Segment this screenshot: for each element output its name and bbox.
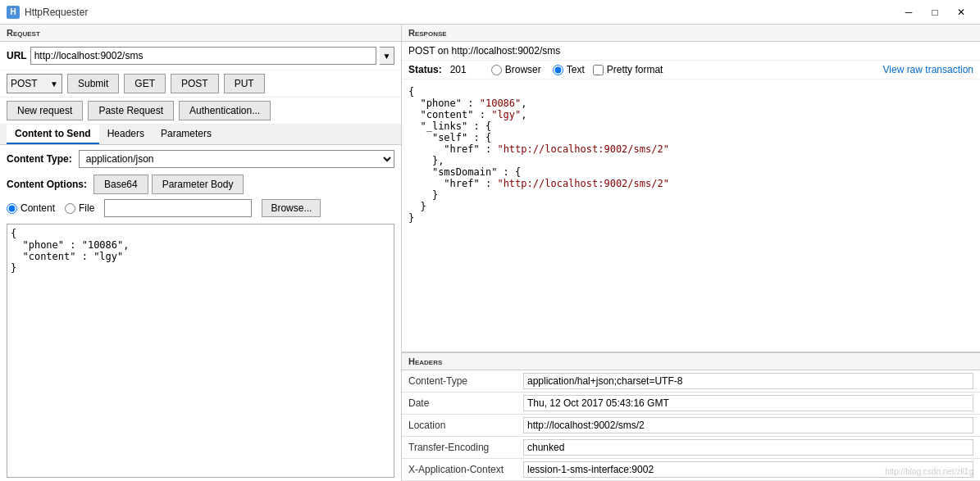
file-radio[interactable]	[65, 203, 75, 214]
post-button[interactable]: POST	[171, 74, 219, 93]
content-radio[interactable]	[7, 203, 17, 214]
header-value-cell	[517, 393, 980, 415]
view-mode-radio-group: Browser Text	[491, 64, 585, 75]
method-dropdown-arrow: ▼	[50, 79, 58, 88]
response-info-row: POST on http://localhost:9002/sms	[402, 42, 980, 61]
table-row: Content-Type	[402, 370, 980, 393]
content-options-row: Content Options: Base64 Parameter Body	[0, 173, 401, 196]
base64-button[interactable]: Base64	[93, 175, 148, 194]
file-radio-label[interactable]: File	[65, 202, 94, 214]
text-radio[interactable]	[553, 65, 563, 75]
table-row: Transfer-Encoding	[402, 437, 980, 459]
file-path-input[interactable]	[104, 199, 252, 217]
response-post-info: POST on http://localhost:9002/sms	[408, 45, 560, 57]
paste-request-button[interactable]: Paste Request	[88, 101, 174, 120]
title-bar: H HttpRequester ─ □ ✕	[0, 0, 980, 25]
app-icon: H	[7, 6, 20, 19]
maximize-button[interactable]: □	[923, 4, 947, 20]
content-radio-label[interactable]: Content	[7, 202, 55, 214]
response-controls: Status: 201 Browser Text Pretty format V…	[402, 61, 980, 79]
right-panel: Response POST on http://localhost:9002/s…	[402, 25, 980, 481]
method-dropdown[interactable]: POST ▼	[7, 74, 62, 93]
tab-headers[interactable]: Headers	[99, 125, 153, 144]
left-panel: Request URL ▼ POST ▼ Submit GET POST PUT…	[0, 25, 402, 481]
browser-radio[interactable]	[491, 65, 502, 75]
url-row: URL ▼	[0, 42, 401, 70]
header-value-input[interactable]	[523, 439, 973, 456]
title-bar-left: H HttpRequester	[7, 6, 88, 19]
table-row: Location	[402, 415, 980, 437]
pretty-format-label[interactable]: Pretty format	[593, 64, 663, 75]
main-layout: Request URL ▼ POST ▼ Submit GET POST PUT…	[0, 25, 980, 481]
header-value-input[interactable]	[523, 395, 973, 411]
content-file-radio-row: Content File Browse...	[0, 196, 401, 220]
method-button-row: POST ▼ Submit GET POST PUT	[0, 70, 401, 98]
browser-radio-label[interactable]: Browser	[491, 64, 541, 75]
request-body-textarea[interactable]: { "phone" : "10086", "content" : "lgy" }	[7, 224, 394, 478]
title-bar-controls: ─ □ ✕	[896, 4, 973, 20]
content-tabs: Content to Send Headers Parameters	[0, 125, 401, 145]
new-request-button[interactable]: New request	[7, 101, 83, 120]
table-row: Date	[402, 393, 980, 415]
request-section-header: Request	[0, 25, 401, 42]
get-button[interactable]: GET	[124, 74, 166, 93]
authentication-button[interactable]: Authentication...	[179, 101, 271, 120]
status-value: 201	[450, 64, 467, 75]
close-button[interactable]: ✕	[949, 4, 973, 20]
content-type-row: Content Type: application/json applicati…	[0, 145, 401, 173]
header-name-cell: Date	[402, 393, 517, 415]
put-button[interactable]: PUT	[224, 74, 265, 93]
headers-section-title: Headers	[402, 353, 980, 370]
headers-section: Headers Content-TypeDateLocationTransfer…	[402, 352, 980, 481]
header-name-cell: X-Application-Context	[402, 459, 517, 481]
action-button-row: New request Paste Request Authentication…	[0, 98, 401, 125]
header-value-cell	[517, 415, 980, 437]
minimize-button[interactable]: ─	[896, 4, 921, 20]
text-radio-label[interactable]: Text	[553, 64, 585, 75]
header-value-input[interactable]	[523, 417, 973, 433]
response-section-header: Response	[402, 25, 980, 42]
content-type-label: Content Type:	[7, 153, 72, 165]
header-name-cell: Location	[402, 415, 517, 437]
app-title: HttpRequester	[25, 7, 88, 18]
tab-content-to-send[interactable]: Content to Send	[7, 125, 99, 144]
tab-parameters[interactable]: Parameters	[153, 125, 220, 144]
url-label: URL	[7, 50, 27, 61]
status-label: Status:	[408, 64, 442, 75]
content-options-label: Content Options:	[7, 179, 87, 190]
url-input[interactable]	[30, 47, 376, 65]
header-value-cell	[517, 437, 980, 459]
parameter-body-button[interactable]: Parameter Body	[152, 175, 244, 194]
url-dropdown-button[interactable]: ▼	[380, 47, 394, 65]
browse-button[interactable]: Browse...	[262, 199, 321, 217]
pretty-format-checkbox[interactable]	[593, 65, 604, 75]
header-name-cell: Content-Type	[402, 370, 517, 393]
response-body: { "phone" : "10086", "content" : "lgy", …	[402, 79, 980, 352]
header-name-cell: Transfer-Encoding	[402, 437, 517, 459]
watermark: http://blog.csdn.net/zll1g	[885, 467, 973, 476]
content-type-select[interactable]: application/json application/xml text/pl…	[79, 150, 394, 168]
headers-table: Content-TypeDateLocationTransfer-Encodin…	[402, 370, 980, 481]
view-raw-link[interactable]: View raw transaction	[883, 64, 974, 75]
header-value-cell	[517, 370, 980, 393]
header-value-input[interactable]	[523, 373, 973, 389]
submit-button[interactable]: Submit	[67, 74, 119, 93]
